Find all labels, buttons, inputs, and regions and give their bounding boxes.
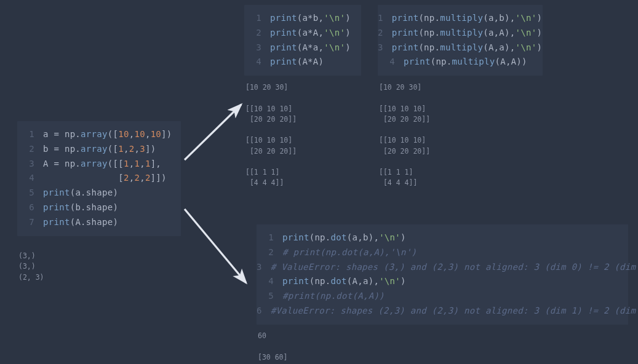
code-line: 3# ValueError: shapes (3,) and (2,3) not… xyxy=(257,260,621,275)
code-content: b = np.array([1,2,3]) xyxy=(43,142,156,157)
code-content: print(b.shape) xyxy=(43,200,118,215)
code-line: 5#print(np.dot(A,A)) xyxy=(257,289,621,304)
code-content: print(np.multiply(a,b),'\n') xyxy=(392,11,542,26)
code-line: 2b = np.array([1,2,3]) xyxy=(17,142,173,157)
line-number: 6 xyxy=(257,304,262,318)
code-content: A = np.array([[1,1,1], xyxy=(43,157,161,172)
code-line: 1print(a*b,'\n') xyxy=(244,11,354,26)
svg-line-0 xyxy=(185,105,241,160)
code-line: 1print(np.multiply(a,b),'\n') xyxy=(378,11,535,26)
code-content: print(A*A) xyxy=(270,55,324,69)
line-number: 7 xyxy=(17,215,34,230)
code-content: [2,2,2]]) xyxy=(43,171,167,186)
code-star-block: 1print(a*b,'\n')2print(a*A,'\n')3print(A… xyxy=(244,5,361,76)
code-line: 3A = np.array([[1,1,1], xyxy=(17,157,173,172)
code-multiply-block: 1print(np.multiply(a,b),'\n')2print(np.m… xyxy=(378,5,543,76)
code-line: 4print(np.dot(A,a),'\n') xyxy=(257,274,621,289)
code-content: print(A*a,'\n') xyxy=(270,41,351,55)
code-line: 3print(np.multiply(A,a),'\n') xyxy=(378,41,535,55)
line-number: 6 xyxy=(17,200,34,215)
code-content: # print(np.dot(a,A),'\n') xyxy=(282,245,417,260)
code-line: 2print(a*A,'\n') xyxy=(244,26,354,41)
svg-line-1 xyxy=(185,209,246,283)
code-content: print(np.multiply(a,A),'\n') xyxy=(392,26,542,41)
code-content: #ValueError: shapes (2,3) and (2,3) not … xyxy=(271,304,638,318)
line-number: 1 xyxy=(378,11,383,26)
code-dot-block: 1print(np.dot(a,b),'\n')2# print(np.dot(… xyxy=(257,224,628,325)
line-number: 1 xyxy=(244,11,261,26)
code-line: 4print(np.multiply(A,A)) xyxy=(378,55,535,69)
line-number: 5 xyxy=(257,289,274,304)
line-number: 4 xyxy=(244,55,261,69)
code-content: print(np.multiply(A,a),'\n') xyxy=(392,41,542,55)
code-content: print(a*b,'\n') xyxy=(270,11,351,26)
code-line: 2# print(np.dot(a,A),'\n') xyxy=(257,245,621,260)
line-number: 3 xyxy=(17,157,34,172)
line-number: 4 xyxy=(378,55,395,69)
line-number: 5 xyxy=(17,186,34,200)
line-number: 2 xyxy=(17,142,34,157)
code-content: #print(np.dot(A,A)) xyxy=(282,289,385,304)
line-number: 3 xyxy=(244,41,261,55)
code-line: 1print(np.dot(a,b),'\n') xyxy=(257,231,621,245)
code-content: print(np.dot(a,b),'\n') xyxy=(282,231,406,245)
code-line: 2print(np.multiply(a,A),'\n') xyxy=(378,26,535,41)
code-content: a = np.array([10,10,10]) xyxy=(43,127,172,142)
code-line: 6print(b.shape) xyxy=(17,200,173,215)
code-line: 3print(A*a,'\n') xyxy=(244,41,354,55)
code-content: print(np.dot(A,a),'\n') xyxy=(282,274,406,289)
code-line: 4print(A*A) xyxy=(244,55,354,69)
line-number: 3 xyxy=(257,260,262,275)
line-number: 2 xyxy=(244,26,261,41)
code-content: print(np.multiply(A,A)) xyxy=(404,55,527,69)
line-number: 4 xyxy=(17,171,34,186)
code-line: 1a = np.array([10,10,10]) xyxy=(17,127,173,142)
code-setup-block: 1a = np.array([10,10,10])2b = np.array([… xyxy=(17,121,181,236)
code-line: 5print(a.shape) xyxy=(17,186,173,200)
line-number: 2 xyxy=(378,26,383,41)
code-line: 7print(A.shape) xyxy=(17,215,173,230)
output-star: [10 20 30] [[10 10 10] [20 20 20]] [[10 … xyxy=(245,82,301,189)
code-content: print(a*A,'\n') xyxy=(270,26,351,41)
output-multiply: [10 20 30] [[10 10 10] [20 20 20]] [[10 … xyxy=(379,82,434,189)
code-content: print(a.shape) xyxy=(43,186,118,200)
line-number: 2 xyxy=(257,245,274,260)
output-dot: 60 [30 60] xyxy=(258,331,287,363)
line-number: 3 xyxy=(378,41,383,55)
code-content: print(A.shape) xyxy=(43,215,118,230)
line-number: 4 xyxy=(257,274,274,289)
output-setup: (3,) (3,) (2, 3) xyxy=(18,251,44,283)
line-number: 1 xyxy=(257,231,274,245)
code-content: # ValueError: shapes (3,) and (2,3) not … xyxy=(271,260,638,275)
code-line: 4 [2,2,2]]) xyxy=(17,171,173,186)
code-line: 6#ValueError: shapes (2,3) and (2,3) not… xyxy=(257,304,621,318)
line-number: 1 xyxy=(17,127,34,142)
